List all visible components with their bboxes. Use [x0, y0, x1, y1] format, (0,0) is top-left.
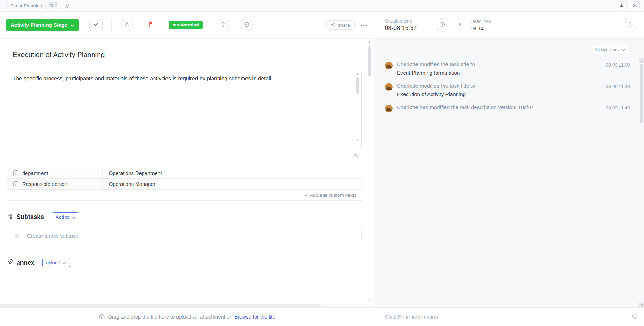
scroll-down-icon[interactable]: ▼ — [639, 302, 644, 307]
annex-section-header: annex upload — [7, 258, 374, 267]
feed-item-detail: Execution of Activity Planning — [397, 91, 475, 98]
field-value-cell[interactable]: Operations Department — [103, 168, 162, 178]
scroll-up-icon: ▲ — [356, 72, 359, 76]
field-label: Responsible person — [22, 181, 67, 187]
add-subtask-dropdown-button[interactable]: Add to — [52, 212, 79, 221]
scrollbar-thumb[interactable] — [368, 46, 371, 77]
related-work-button[interactable] — [217, 19, 230, 31]
scrollbar-thumb[interactable] — [0, 304, 321, 307]
feed-filter-label: All dynamic — [594, 47, 619, 52]
project-name-label[interactable]: Event Planning — [10, 3, 42, 8]
subtask-checkbox[interactable] — [15, 234, 19, 238]
description-scrollbar[interactable]: ▲ ▼ — [355, 72, 360, 142]
add-custom-fields-link[interactable]: + Add/edit custom fields — [7, 189, 362, 200]
cloud-upload-icon — [99, 313, 105, 321]
chevron-down-icon — [63, 260, 66, 265]
feed-item-text: Charlotte has modified the task descript… — [397, 104, 534, 111]
flag-icon — [148, 21, 154, 29]
creation-time-label: Creation time — [385, 18, 417, 24]
description-text: The specific process, participants and m… — [13, 75, 273, 81]
custom-fields-table: T department Operations Department T Res… — [7, 168, 362, 201]
feed-filter-dropdown[interactable]: All dynamic — [590, 45, 630, 54]
upload-label: upload — [46, 260, 61, 265]
table-row[interactable]: T department Operations Department — [7, 168, 362, 178]
scrollbar-thumb[interactable] — [640, 64, 643, 123]
feed-item-time: 08-09 11:39 — [606, 84, 630, 89]
titlebar: Event Planning #001 — [0, 0, 644, 12]
avatar[interactable] — [385, 105, 393, 112]
assign-member-button[interactable] — [120, 19, 133, 31]
field-label-cell: T department — [7, 168, 103, 178]
person-check-icon — [627, 21, 633, 29]
breadcrumb: Event Planning #001 — [6, 1, 73, 10]
add-to-label: Add to — [56, 214, 69, 220]
comment-bar[interactable]: Click Enter information — [374, 307, 644, 326]
emoji-button[interactable] — [632, 313, 638, 320]
text-field-type-icon: T — [13, 170, 18, 176]
field-label: department — [22, 170, 48, 176]
task-detail-window: Event Planning #001 — [0, 0, 644, 326]
description-editor[interactable]: The specific process, participants and m… — [7, 70, 362, 150]
reminder-clock-button[interactable] — [436, 18, 449, 32]
table-row[interactable]: T Responsible person Operations Manager — [7, 178, 362, 189]
scrollbar-thumb[interactable] — [356, 77, 359, 94]
task-number-badge[interactable]: #001 — [45, 2, 61, 9]
ellipsis-icon: ••• — [361, 22, 368, 28]
comment-input-placeholder[interactable]: Click Enter information — [385, 314, 438, 320]
feed-item: Charlotte modifies the task title to Exe… — [385, 83, 630, 98]
add-custom-fields-label: Add/edit custom fields — [310, 193, 356, 198]
task-title[interactable]: Execution of Activity Planning — [13, 51, 374, 59]
annex-heading: annex — [17, 259, 35, 267]
complete-task-button[interactable] — [89, 19, 103, 31]
scroll-down-icon: ▼ — [356, 138, 359, 142]
collapse-panel-button[interactable] — [458, 22, 461, 28]
close-window-button[interactable] — [630, 1, 640, 10]
details-panel: Creation time 08-08 15:37 — [374, 12, 644, 326]
description-history-button[interactable] — [0, 150, 374, 160]
add-follower-button[interactable] — [624, 19, 636, 31]
duplicate-icon[interactable] — [64, 3, 69, 8]
deadline-block[interactable]: Deadlines 08-14 — [471, 19, 491, 31]
scroll-up-icon: ▲ — [368, 40, 371, 44]
person-add-icon — [124, 21, 130, 29]
avatar[interactable] — [385, 62, 393, 69]
horizontal-scrollbar[interactable] — [0, 303, 374, 307]
dropzone-text: Drag and drop the file here to upload an… — [108, 314, 231, 320]
avatar[interactable] — [385, 83, 393, 91]
smiley-icon — [632, 313, 638, 320]
feed-item: Charlotte has modified the task descript… — [385, 104, 630, 112]
feed-item-time: 08-09 11:49 — [606, 105, 630, 111]
plus-icon: + — [304, 192, 307, 198]
feed-scrollbar[interactable]: ▲ ▼ — [639, 58, 644, 307]
share-button[interactable]: share — [326, 20, 355, 30]
text-field-type-icon: T — [13, 181, 18, 187]
scroll-up-icon[interactable]: ▲ — [639, 58, 644, 63]
cube-icon — [220, 21, 226, 29]
field-value-cell[interactable]: Operations Manager — [103, 179, 155, 189]
attachment-dropzone[interactable]: Drag and drop the file here to upload an… — [0, 307, 374, 326]
deadline-label: Deadlines — [471, 19, 491, 24]
deadline-value: 08-14 — [471, 26, 491, 31]
status-dropdown-button[interactable]: Activity Planning Stage — [6, 19, 79, 31]
status-label: Activity Planning Stage — [11, 22, 67, 28]
circle-chevron-icon — [243, 21, 249, 29]
browse-file-link[interactable]: Browse for the file — [234, 314, 275, 320]
field-label-cell: T Responsible person — [7, 179, 103, 189]
chevron-down-icon — [621, 47, 625, 52]
workflow-status-button[interactable] — [240, 19, 253, 31]
feed-item-detail: Event Planning formulation — [397, 70, 475, 76]
upload-dropdown-button[interactable]: upload — [42, 258, 70, 267]
priority-flag-button[interactable] — [148, 21, 154, 29]
tag-badge[interactable]: mastermind — [169, 21, 203, 29]
task-content: Execution of Activity Planning The speci… — [0, 39, 374, 303]
check-icon — [93, 21, 99, 29]
more-options-button[interactable]: ••• — [360, 21, 368, 30]
toolbar-divider — [111, 18, 112, 32]
feed-item-action: Charlotte modifies the task title to — [397, 83, 475, 89]
main-vertical-scrollbar[interactable]: ▲ ▼ — [367, 40, 372, 301]
create-subtask-row[interactable]: Create a new subtask — [7, 229, 362, 242]
dock-window-button[interactable] — [617, 1, 627, 10]
subtasks-heading: Subtasks — [17, 213, 44, 221]
dock-icon — [619, 2, 624, 9]
clock-icon — [439, 21, 445, 29]
